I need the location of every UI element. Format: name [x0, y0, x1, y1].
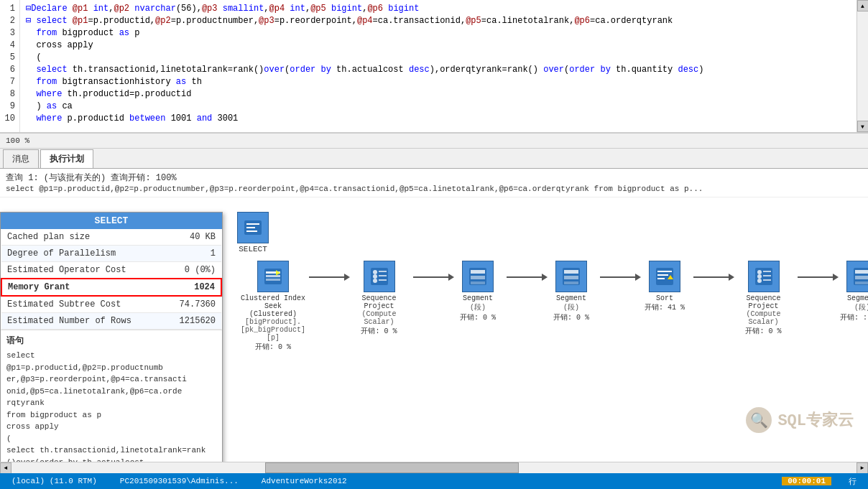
svg-rect-34: [763, 275, 771, 276]
svg-point-30: [757, 270, 762, 274]
scroll-down-btn[interactable]: ▼: [857, 121, 869, 132]
table-row: Estimated Number of Rows 1215620: [1, 313, 221, 330]
svg-rect-38: [855, 276, 868, 279]
node-sublabel: (Compute Scalar): [345, 310, 413, 326]
node-cost: 开销: 0 %: [553, 312, 589, 322]
svg-rect-25: [657, 271, 672, 272]
node-cost: 开销: 0 %: [460, 312, 496, 322]
popup-section-text: select @p1=p.productid,@p2=p.productnumb…: [6, 350, 216, 462]
node-cost: 开销: : 0 %: [840, 312, 868, 322]
svg-rect-21: [564, 270, 578, 274]
status-server: (local) (11.0 RTM): [6, 477, 103, 485]
seq-project-icon-1: [364, 261, 395, 292]
status-db: AdventureWorks2012: [256, 477, 353, 485]
status-time: 00:00:01: [782, 477, 831, 485]
svg-rect-33: [763, 271, 771, 272]
plan-node-seg2: Segment (段) 开销: 0 %: [542, 261, 600, 322]
row-value: 40 KB: [164, 229, 221, 246]
popup-table: Cached plan size 40 KB Degree of Paralle…: [1, 229, 222, 330]
svg-rect-7: [266, 279, 280, 281]
table-row: Estimated Operator Cost 0 (0%): [1, 262, 221, 279]
svg-rect-6: [266, 275, 280, 277]
arrow-5: [693, 276, 729, 278]
plan-node-seq1: Sequence Project (Compute Scalar) 开销: 0 …: [345, 261, 413, 336]
scroll-up-btn[interactable]: ▲: [857, 0, 869, 11]
svg-rect-1: [246, 223, 259, 225]
popup-section-label: 语句: [6, 335, 216, 347]
status-rows-label: 行: [843, 476, 862, 487]
svg-point-31: [757, 274, 762, 279]
svg-rect-39: [855, 281, 868, 284]
row-label: Cached plan size: [1, 229, 164, 246]
node-cost: 开销: 0 %: [745, 326, 781, 336]
svg-rect-17: [471, 270, 485, 274]
node-sublabel: (段): [470, 302, 486, 312]
horizontal-scrollbar[interactable]: ◄ ►: [0, 462, 868, 473]
select-popup: SELECT Cached plan size 40 KB Degree of …: [0, 212, 223, 462]
main-content: 1 2 3 4 5 6 7 8 9 10 ⊟Declare @p1 int,@p…: [0, 0, 868, 473]
editor-area: 1 2 3 4 5 6 7 8 9 10 ⊟Declare @p1 int,@p…: [0, 0, 868, 133]
node-cost: 开销: 0 %: [255, 342, 291, 352]
svg-rect-15: [379, 279, 387, 281]
plan-node-clustered: Clustered Index Seek (Clustered) [bigPro…: [237, 261, 309, 352]
memory-grant-value: 1024: [164, 279, 221, 296]
scroll-left-btn[interactable]: ◄: [0, 462, 11, 474]
node-label: Sequence Project: [731, 294, 796, 310]
arrow-1: [309, 276, 345, 278]
tab-execution-plan[interactable]: 执行计划: [40, 149, 93, 168]
zoom-level: 100 %: [6, 136, 29, 145]
code-editor[interactable]: ⊟Declare @p1 int,@p2 nvarchar(56),@p3 sm…: [20, 0, 857, 132]
clustered-icon: [257, 261, 289, 292]
svg-rect-18: [471, 276, 485, 279]
watermark: 🔍 SQL专家云: [746, 407, 854, 433]
scroll-track[interactable]: [857, 11, 868, 121]
svg-rect-2: [246, 227, 255, 228]
segment-icon-2: [555, 261, 587, 292]
svg-point-10: [373, 270, 377, 274]
svg-rect-26: [657, 274, 668, 276]
row-label: Estimated Subtree Cost: [1, 296, 164, 313]
query-info-text: 查询 1: (与该批有关的) 查询开销: 100%: [6, 173, 177, 183]
bottom-section: 消息 执行计划 查询 1: (与该批有关的) 查询开销: 100% select…: [0, 149, 868, 473]
sort-icon: [649, 261, 680, 292]
popup-section: 语句 select @p1=p.productid,@p2=p.productn…: [1, 330, 222, 462]
results-area: 查询 1: (与该批有关的) 查询开销: 100% select @p1=p.p…: [0, 169, 868, 473]
svg-rect-22: [564, 276, 578, 279]
tab-messages[interactable]: 消息: [3, 149, 39, 168]
watermark-text: SQL专家云: [777, 409, 854, 431]
execution-plan-container: SELECT Cached plan size 40 KB Degree of …: [0, 197, 868, 462]
node-sublabel: (段): [563, 302, 579, 312]
memory-grant-row: Memory Grant 1024: [1, 279, 221, 296]
node-cost: 开销: 41 %: [645, 302, 685, 312]
arrow-3: [507, 276, 542, 278]
memory-grant-label: Memory Grant: [1, 279, 164, 296]
scroll-right-btn[interactable]: ►: [857, 462, 868, 474]
select-label: SELECT: [239, 245, 267, 253]
node-sublabel: [bigProduct].[pk_bigProduct] [p]: [239, 318, 308, 342]
scroll-track-h[interactable]: [11, 462, 857, 473]
node-cost: 开销: 0 %: [361, 326, 397, 336]
popup-header: SELECT: [1, 213, 222, 229]
node-label: Clustered Index Seek (Clustered): [239, 294, 308, 318]
row-value: 1215620: [164, 313, 221, 330]
scroll-thumb-h[interactable]: [265, 462, 519, 473]
node-label: Sort: [656, 294, 673, 302]
node-label: Segment: [847, 294, 868, 302]
status-pc: PC201509301539\Adminis...: [114, 477, 244, 485]
svg-rect-35: [763, 279, 771, 281]
segment-icon-1: [462, 261, 494, 292]
node-label: Segment: [556, 294, 586, 302]
svg-rect-23: [564, 281, 578, 284]
plan-node-seg1: Segment (段) 开销: 0 %: [449, 261, 507, 322]
svg-rect-3: [246, 230, 257, 232]
svg-rect-37: [855, 270, 868, 274]
zoom-bar: 100 %: [0, 133, 868, 149]
select-node-icon: [237, 212, 269, 243]
node-label: Segment: [463, 294, 493, 302]
vertical-scrollbar[interactable]: ▲ ▼: [857, 0, 868, 132]
row-label: Degree of Parallelism: [1, 246, 164, 262]
arrow-4: [600, 276, 636, 278]
svg-rect-27: [657, 278, 665, 279]
node-sublabel: (Compute Scalar): [729, 310, 798, 326]
status-bar: (local) (11.0 RTM) PC201509301539\Admini…: [0, 473, 868, 489]
